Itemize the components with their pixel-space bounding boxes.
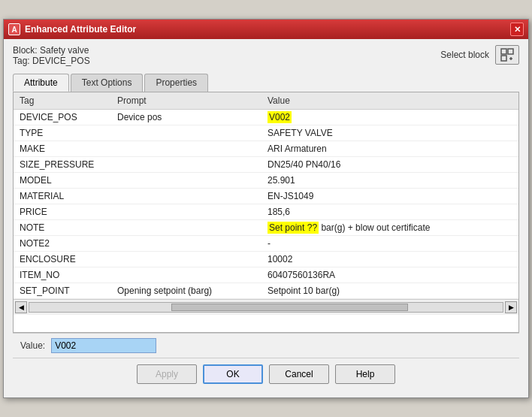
cell-value: EN-JS1049	[261, 189, 518, 204]
scroll-thumb[interactable]	[171, 304, 408, 311]
cell-tag: MAKE	[14, 141, 111, 157]
cell-prompt	[111, 173, 261, 189]
table-row[interactable]: ITEM_NO60407560136RA	[14, 267, 518, 283]
cell-tag: ENCLOSURE	[14, 252, 111, 267]
svg-rect-2	[501, 56, 506, 61]
attribute-table: Tag Prompt Value DEVICE_POSDevice posV00…	[14, 92, 518, 299]
cell-tag: NOTE	[14, 220, 111, 236]
cell-tag: TYPE	[14, 125, 111, 141]
cell-value: 25.901	[261, 173, 518, 189]
cell-prompt	[111, 220, 261, 236]
table-body: DEVICE_POSDevice posV002TYPESAFETY VALVE…	[14, 110, 518, 299]
attribute-panel: Tag Prompt Value DEVICE_POSDevice posV00…	[13, 92, 519, 333]
cell-prompt	[111, 189, 261, 204]
table-row[interactable]: PRICE185,6	[14, 204, 518, 220]
cell-tag: MODEL	[14, 173, 111, 189]
value-input[interactable]	[51, 338, 156, 353]
table-row[interactable]: SET_POINTOpening setpoint (barg)Setpoint…	[14, 283, 518, 299]
cell-prompt	[111, 267, 261, 283]
select-block-icon	[500, 47, 515, 62]
cell-value: 60407560136RA	[261, 267, 518, 283]
cell-tag: DEVICE_POS	[14, 110, 111, 125]
horizontal-scrollbar[interactable]: ◀ ▶	[14, 299, 518, 315]
scroll-track[interactable]	[29, 302, 503, 313]
cell-value: V002	[261, 110, 518, 125]
scroll-right-arrow[interactable]: ▶	[505, 301, 517, 313]
main-window: A Enhanced Attribute Editor ✕ Block: Saf…	[3, 19, 529, 398]
cell-value: ARI Armaturen	[261, 141, 518, 157]
cell-prompt	[111, 236, 261, 252]
table-row[interactable]: SIZE_PRESSUREDN25/40 PN40/16	[14, 157, 518, 173]
cell-prompt: Device pos	[111, 110, 261, 125]
cell-tag: ITEM_NO	[14, 267, 111, 283]
ok-button[interactable]: OK	[203, 364, 263, 384]
cell-value: -	[261, 236, 518, 252]
cell-prompt	[111, 204, 261, 220]
cell-tag: SET_POINT	[14, 283, 111, 299]
cell-prompt	[111, 125, 261, 141]
table-wrapper: Tag Prompt Value DEVICE_POSDevice posV00…	[14, 92, 518, 299]
window-body: Block: Safety valve Tag: DEVICE_POS Sele…	[4, 39, 528, 397]
select-block-label: Select block	[440, 50, 489, 60]
table-row[interactable]: DEVICE_POSDevice posV002	[14, 110, 518, 125]
block-tag-info: Block: Safety valve Tag: DEVICE_POS	[13, 45, 90, 66]
cell-value: Set point ?? bar(g) + blow out certifica…	[261, 220, 518, 236]
scroll-left-arrow[interactable]: ◀	[15, 301, 27, 313]
table-row[interactable]: ENCLOSURE10002	[14, 252, 518, 267]
cell-tag: MATERIAL	[14, 189, 111, 204]
table-row[interactable]: MAKEARI Armaturen	[14, 141, 518, 157]
cell-tag: NOTE2	[14, 236, 111, 252]
value-row: Value:	[13, 333, 519, 358]
app-icon: A	[8, 23, 20, 35]
svg-rect-1	[508, 49, 513, 54]
cell-value: Setpoint 10 bar(g)	[261, 283, 518, 299]
value-row-label: Value:	[20, 340, 45, 351]
buttons-row: Apply OK Cancel Help	[13, 358, 519, 390]
block-label: Block: Safety valve	[13, 45, 90, 56]
svg-rect-0	[501, 49, 506, 54]
title-bar: A Enhanced Attribute Editor ✕	[4, 20, 528, 39]
cell-value: 10002	[261, 252, 518, 267]
col-header-value: Value	[261, 92, 518, 110]
select-block-area: Select block	[440, 45, 519, 65]
tab-properties[interactable]: Properties	[144, 74, 208, 92]
cell-prompt	[111, 252, 261, 267]
header-area: Block: Safety valve Tag: DEVICE_POS Sele…	[13, 45, 519, 69]
table-row[interactable]: TYPESAFETY VALVE	[14, 125, 518, 141]
col-header-tag: Tag	[14, 92, 111, 110]
apply-button[interactable]: Apply	[137, 364, 197, 384]
cancel-button[interactable]: Cancel	[269, 364, 329, 384]
table-row[interactable]: NOTE2-	[14, 236, 518, 252]
cell-value: 185,6	[261, 204, 518, 220]
tab-attribute[interactable]: Attribute	[13, 74, 69, 92]
tag-label: Tag: DEVICE_POS	[13, 56, 90, 66]
cell-value: DN25/40 PN40/16	[261, 157, 518, 173]
select-block-button[interactable]	[495, 45, 519, 65]
title-bar-left: A Enhanced Attribute Editor	[8, 23, 136, 35]
tabs: Attribute Text Options Properties	[13, 74, 519, 92]
window-title: Enhanced Attribute Editor	[25, 24, 136, 35]
cell-tag: PRICE	[14, 204, 111, 220]
tab-text-options[interactable]: Text Options	[71, 74, 144, 92]
table-header-row: Tag Prompt Value	[14, 92, 518, 110]
col-header-prompt: Prompt	[111, 92, 261, 110]
table-row[interactable]: NOTESet point ?? bar(g) + blow out certi…	[14, 220, 518, 236]
table-row[interactable]: MATERIALEN-JS1049	[14, 189, 518, 204]
cell-prompt: Opening setpoint (barg)	[111, 283, 261, 299]
help-button[interactable]: Help	[335, 364, 395, 384]
table-row[interactable]: MODEL25.901	[14, 173, 518, 189]
cell-prompt	[111, 157, 261, 173]
cell-value: SAFETY VALVE	[261, 125, 518, 141]
close-button[interactable]: ✕	[510, 23, 524, 36]
cell-prompt	[111, 141, 261, 157]
cell-tag: SIZE_PRESSURE	[14, 157, 111, 173]
